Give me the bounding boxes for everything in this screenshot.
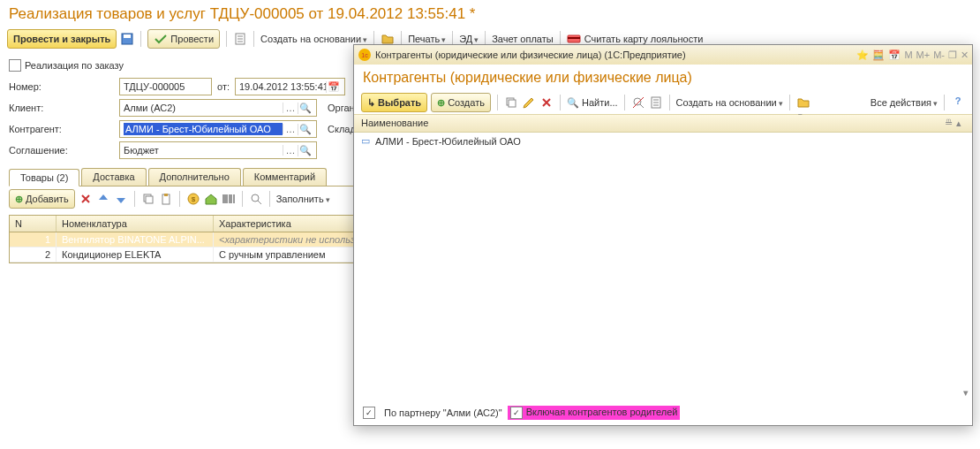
scroll-up-icon[interactable]: ▴ — [953, 118, 965, 129]
calc-icon[interactable]: 🧮 — [872, 49, 885, 61]
create-button[interactable]: ⊕Создать — [431, 93, 491, 112]
post-button[interactable]: Провести — [147, 29, 220, 49]
search-icon[interactable]: 🔍 — [298, 145, 313, 156]
ellipsis-icon[interactable]: … — [283, 124, 298, 134]
mplus-btn[interactable]: M+ — [916, 49, 931, 61]
ed-button[interactable]: ЭД — [459, 34, 479, 44]
svg-rect-8 — [164, 194, 168, 196]
svg-rect-1 — [124, 34, 131, 38]
client-label: Клиент: — [9, 103, 119, 113]
delete-icon[interactable] — [79, 192, 93, 206]
modal-title-text: Контрагенты (юридические или физические … — [375, 49, 686, 60]
svg-text:$: $ — [191, 195, 195, 203]
search-icon[interactable] — [249, 192, 263, 206]
cal-icon[interactable]: 📅 — [888, 49, 901, 61]
tab-extra[interactable]: Дополнительно — [148, 168, 241, 186]
paste-icon[interactable] — [159, 192, 173, 206]
svg-text:1c: 1c — [361, 52, 368, 58]
post-close-button[interactable]: Провести и закрыть — [7, 29, 117, 49]
search-icon[interactable]: 🔍 — [298, 124, 313, 135]
list-icon[interactable] — [649, 95, 663, 110]
fill-button[interactable]: Заполнить — [276, 194, 330, 204]
tab-delivery[interactable]: Доставка — [81, 168, 146, 186]
agreement-label: Соглашение: — [9, 145, 119, 156]
price-icon[interactable]: $ — [186, 192, 200, 206]
attach-icon[interactable] — [796, 95, 810, 110]
by-order-checkbox[interactable] — [9, 59, 21, 72]
create-based-button[interactable]: Создать на основании — [260, 34, 367, 44]
read-card-button[interactable]: Считать карту лояльности — [584, 34, 704, 44]
restore-icon[interactable]: ❐ — [948, 49, 957, 61]
list-item[interactable]: ▭ АЛМИ - Брест-Юбилейный ОАО — [354, 133, 972, 149]
copy-icon[interactable] — [504, 95, 518, 110]
col-nom[interactable]: Номенклатура — [57, 216, 214, 232]
house-icon[interactable] — [204, 192, 218, 206]
select-button[interactable]: ↳Выбрать — [361, 93, 427, 112]
contragent-modal: 1c Контрагенты (юридические или физическ… — [353, 44, 973, 263]
col-n[interactable]: N — [10, 216, 57, 232]
tab-comment[interactable]: Комментарий — [243, 168, 327, 186]
close-icon[interactable]: ✕ — [961, 49, 969, 61]
tab-goods[interactable]: Товары (2) — [9, 169, 79, 186]
svg-point-16 — [634, 98, 641, 105]
agreement-input[interactable]: Бюджет…🔍 — [119, 141, 317, 159]
del-icon[interactable] — [539, 95, 554, 110]
svg-rect-15 — [509, 100, 516, 107]
fav-icon[interactable]: ⭐ — [856, 49, 869, 61]
search-icon[interactable]: 🔍 — [298, 103, 313, 114]
client-input[interactable]: Алми (АС2)…🔍 — [119, 99, 317, 117]
svg-rect-6 — [146, 196, 153, 203]
modal-title: Контрагенты (юридические или физические … — [354, 65, 972, 91]
contragent-input[interactable]: АЛМИ - Брест-Юбилейный ОАО…🔍 — [119, 120, 317, 138]
from-label: от: — [217, 81, 230, 92]
mminus-btn[interactable]: M- — [933, 49, 945, 61]
find-button[interactable]: 🔍 Найти... — [567, 97, 618, 109]
date-input[interactable]: 19.04.2012 13:55:41📅 — [235, 78, 345, 95]
print-button[interactable]: Печать — [408, 34, 446, 44]
modal-toolbar: ↳Выбрать ⊕Создать 🔍 Найти... Создать на … — [354, 91, 972, 115]
up-icon[interactable] — [96, 192, 110, 206]
m-btn[interactable]: M — [904, 49, 912, 61]
add-row-button[interactable]: ⊕Добавить — [9, 189, 75, 209]
save-icon[interactable] — [120, 32, 134, 46]
modal-baseon-button[interactable]: Создать на основании — [676, 97, 783, 108]
item-icon: ▭ — [361, 135, 370, 147]
all-actions-button[interactable]: Все действия — [871, 97, 938, 108]
svg-point-11 — [252, 194, 259, 202]
help-icon[interactable]: ? — [951, 95, 965, 110]
contragent-label: Контрагент: — [9, 124, 119, 134]
ellipsis-icon[interactable]: … — [283, 145, 298, 156]
down-icon[interactable] — [114, 192, 128, 206]
svg-rect-4 — [568, 37, 580, 39]
sort-icon[interactable]: ≞ — [945, 118, 953, 129]
clear-icon[interactable] — [631, 95, 645, 110]
barcode-icon[interactable] — [222, 192, 236, 206]
by-order-label: Реализация по заказу — [25, 60, 124, 71]
offset-button[interactable]: Зачет оплаты — [492, 34, 553, 44]
ellipsis-icon[interactable]: … — [283, 103, 298, 113]
number-label: Номер: — [9, 81, 119, 92]
calendar-icon[interactable]: 📅 — [326, 81, 341, 93]
edit-icon[interactable] — [522, 95, 536, 110]
copy-icon[interactable] — [141, 192, 155, 206]
number-input[interactable]: ТДЦУ-000005 — [119, 78, 212, 95]
modal-header: 1c Контрагенты (юридические или физическ… — [354, 45, 972, 65]
app-icon: 1c — [358, 48, 372, 62]
col-name[interactable]: Наименование — [361, 118, 428, 129]
doc-icon[interactable] — [233, 32, 247, 46]
page-title: Реализация товаров и услуг ТДЦУ-000005 о… — [0, 0, 980, 27]
